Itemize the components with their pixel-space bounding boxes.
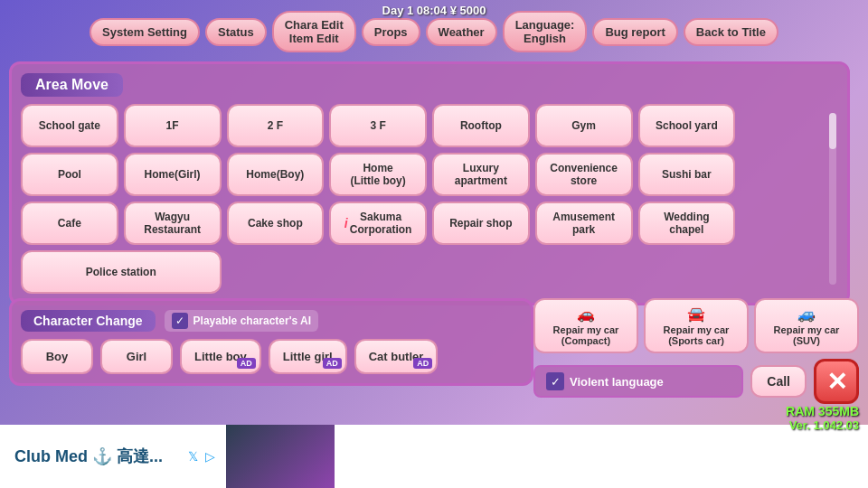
char-btn-cat-butler[interactable]: Cat butler AD	[354, 339, 439, 374]
violent-language-label: Violent language	[570, 375, 664, 389]
area-btn-repair-shop[interactable]: Repair shop	[432, 202, 530, 245]
share-icon[interactable]: ▷	[205, 449, 215, 464]
props-button[interactable]: Props	[362, 18, 420, 46]
area-btn-amusement-park[interactable]: Amusementpark	[535, 202, 633, 245]
weather-button[interactable]: Weather	[426, 18, 497, 46]
cat-butler-ad-badge: AD	[413, 358, 432, 369]
ad-social-icons[interactable]: 𝕏 ▷	[177, 449, 226, 464]
version-display: Ver. 1.042.03	[786, 418, 859, 432]
repair-sports-button[interactable]: 🚘 Repair my car(Sports car)	[644, 298, 749, 353]
scrollbar-thumb[interactable]	[829, 113, 836, 149]
area-btn-home-girl[interactable]: Home(Girl)	[124, 153, 222, 196]
system-setting-button[interactable]: System Setting	[90, 18, 200, 46]
area-btn-convenience-store[interactable]: Conveniencestore	[535, 153, 633, 196]
suv-icon: 🚙	[763, 305, 850, 323]
area-btn-cafe[interactable]: Cafe	[21, 202, 118, 245]
back-to-title-button[interactable]: Back to Title	[684, 18, 778, 46]
area-btn-rooftop[interactable]: Rooftop	[432, 104, 530, 147]
language-button[interactable]: Language: English	[503, 11, 588, 52]
top-bar: Day 1 08:04 ¥ 5000 System Setting Status…	[0, 0, 868, 63]
day-info: Day 1 08:04 ¥ 5000	[382, 4, 486, 17]
twitter-icon[interactable]: 𝕏	[188, 449, 198, 464]
area-btn-1f[interactable]: 1F	[124, 104, 222, 147]
little-boy-ad-badge: AD	[237, 358, 256, 369]
system-info: RAM 355MB Ver. 1.042.03	[786, 404, 859, 432]
area-btn-sakuma-corporation[interactable]: iSakumaCorporation	[329, 202, 427, 245]
char-btn-little-boy[interactable]: Little boy AD	[180, 339, 261, 374]
little-girl-ad-badge: AD	[323, 358, 342, 369]
area-btn-wagyu-restaurant[interactable]: WagyuRestaurant	[124, 202, 222, 245]
repair-car-row: 🚗 Repair my car(Compact) 🚘 Repair my car…	[533, 298, 859, 353]
character-change-panel: Character Change ✓ Playable character's …	[9, 298, 533, 386]
right-panel: 🚗 Repair my car(Compact) 🚘 Repair my car…	[533, 298, 859, 404]
ram-display: RAM 355MB	[786, 404, 859, 418]
area-btn-pool[interactable]: Pool	[21, 153, 118, 196]
bug-report-button[interactable]: Bug report	[592, 18, 677, 46]
char-panel-title: Character Change	[21, 310, 156, 332]
area-btn-school-yard[interactable]: School yard	[638, 104, 736, 147]
sports-car-icon: 🚘	[653, 305, 740, 323]
chara-edit-button[interactable]: Chara Edit Item Edit	[272, 11, 356, 52]
playable-ai-checkbox-icon: ✓	[172, 313, 188, 329]
violent-language-row[interactable]: ✓ Violent language	[533, 365, 743, 398]
violent-language-checkbox[interactable]: ✓	[546, 372, 564, 390]
playable-ai-checkbox-row[interactable]: ✓ Playable character's AI	[165, 310, 318, 332]
ad-image	[226, 425, 335, 488]
area-btn-cake-shop[interactable]: Cake shop	[227, 202, 325, 245]
repair-compact-button[interactable]: 🚗 Repair my car(Compact)	[533, 298, 638, 353]
area-btn-3f[interactable]: 3 F	[329, 104, 427, 147]
scrollbar-track[interactable]	[829, 113, 836, 285]
area-btn-home-little-boy[interactable]: Home(Little boy)	[329, 153, 427, 196]
area-btn-sushi-bar[interactable]: Sushi bar	[638, 153, 736, 196]
character-buttons: Boy Girl Little boy AD Little girl AD Ca…	[21, 339, 522, 374]
area-move-title: Area Move	[21, 73, 123, 97]
status-button[interactable]: Status	[205, 18, 267, 46]
area-btn-school-gate[interactable]: School gate	[21, 104, 118, 147]
area-btn-wedding-chapel[interactable]: Weddingchapel	[638, 202, 736, 245]
char-btn-girl[interactable]: Girl	[100, 339, 173, 374]
area-btn-gym[interactable]: Gym	[535, 104, 633, 147]
area-btn-2f[interactable]: 2 F	[227, 104, 325, 147]
char-btn-little-girl[interactable]: Little girl AD	[269, 339, 347, 374]
area-btn-home-boy[interactable]: Home(Boy)	[227, 153, 325, 196]
area-btn-police-station[interactable]: Police station	[21, 250, 222, 294]
compact-car-icon: 🚗	[542, 305, 629, 323]
bottom-right-row: ✓ Violent language Call ✕	[533, 359, 859, 404]
ad-image-inner	[226, 425, 335, 488]
char-btn-boy[interactable]: Boy	[21, 339, 93, 374]
repair-suv-button[interactable]: 🚙 Repair my car(SUV)	[754, 298, 859, 353]
char-panel-header: Character Change ✓ Playable character's …	[21, 310, 522, 332]
close-button[interactable]: ✕	[814, 359, 859, 404]
call-button[interactable]: Call	[750, 365, 807, 398]
playable-ai-label: Playable character's AI	[193, 314, 311, 327]
ad-banner: Club Med ⚓ 高達... 𝕏 ▷	[0, 425, 868, 488]
area-grid: School gate 1F 2 F 3 F Rooftop Gym Schoo…	[21, 104, 838, 294]
ad-logo[interactable]: Club Med ⚓ 高達...	[0, 436, 177, 476]
area-move-panel: Area Move School gate 1F 2 F 3 F Rooftop…	[9, 61, 850, 305]
area-btn-luxury-apartment[interactable]: Luxuryapartment	[432, 153, 530, 196]
